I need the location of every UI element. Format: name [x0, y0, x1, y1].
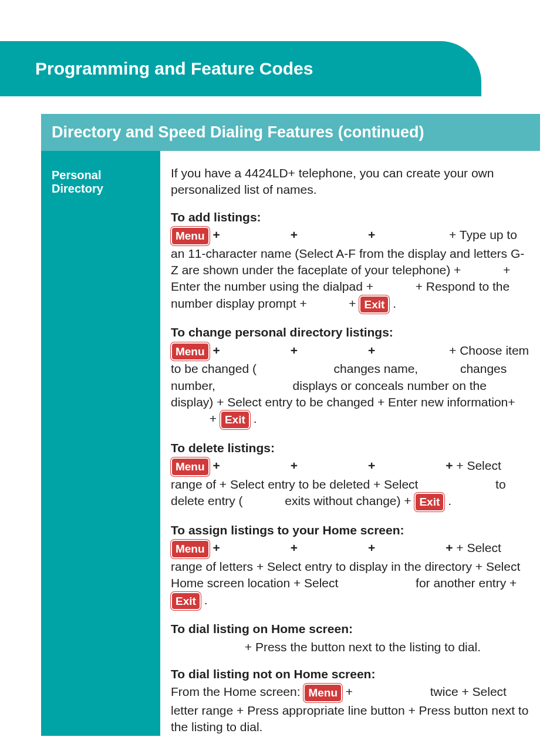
dial-home-heading: To dial listing on Home screen:: [171, 621, 532, 637]
menu-button: Menu: [303, 684, 342, 702]
add-heading: To add listings:: [171, 209, 532, 226]
menu-button: Menu: [171, 540, 210, 558]
intro-text: If you have a 4424LD+ telephone, you can…: [171, 165, 532, 198]
assign-body: Menu ++++ + Select range of letters + Se…: [171, 540, 532, 610]
dial-not-home-body: From the Home screen: Menu + twice + Sel…: [171, 684, 532, 735]
sidebar-heading: Personal Directory: [52, 169, 153, 196]
menu-button: Menu: [171, 457, 210, 476]
sidebar: Personal Directory: [41, 151, 160, 736]
exit-button: Exit: [414, 493, 444, 512]
section-title: Directory and Speed Dialing Features (co…: [41, 114, 540, 151]
content: Personal Directory If you have a 4424LD+…: [41, 151, 540, 736]
add-body: Menu +++ + Type up to an 11-character na…: [171, 227, 532, 314]
menu-button: Menu: [171, 227, 210, 245]
menu-button: Menu: [171, 342, 210, 361]
change-body: Menu +++ + Choose item to be changed ( c…: [171, 342, 532, 429]
exit-button: Exit: [359, 295, 389, 314]
page-title: Programming and Feature Codes: [0, 41, 481, 96]
delete-body: Menu ++++ + Select range of + Select ent…: [171, 457, 532, 512]
dial-home-body: + Press the button next to the listing t…: [171, 639, 532, 655]
dial-not-home-heading: To dial listing not on Home screen:: [171, 666, 532, 682]
delete-heading: To delete listings:: [171, 440, 532, 456]
exit-button: Exit: [220, 410, 250, 429]
change-heading: To change personal directory listings:: [171, 324, 532, 341]
assign-heading: To assign listings to your Home screen:: [171, 522, 532, 539]
exit-button: Exit: [171, 592, 201, 611]
main-content: If you have a 4424LD+ telephone, you can…: [160, 151, 540, 736]
